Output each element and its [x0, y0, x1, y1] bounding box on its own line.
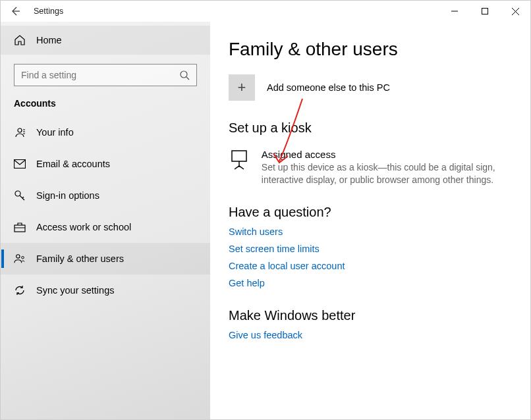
home-label: Home — [36, 35, 62, 45]
sidebar-item-label: Sign-in options — [36, 190, 99, 201]
briefcase-icon — [14, 222, 26, 232]
back-button[interactable] — [6, 6, 24, 16]
help-link-screen-time[interactable]: Set screen time limits — [229, 244, 320, 254]
search-input[interactable] — [14, 64, 197, 86]
maximize-button[interactable] — [470, 1, 500, 22]
sidebar-item-label: Email & accounts — [36, 159, 110, 169]
home-button[interactable]: Home — [1, 26, 210, 55]
person-icon — [14, 126, 26, 138]
close-button[interactable] — [500, 1, 530, 22]
kiosk-icon — [229, 149, 250, 186]
main-panel: Family & other users + Add someone else … — [210, 22, 530, 419]
help-link-local-account[interactable]: Create a local user account — [229, 261, 345, 271]
help-links: Switch users Set screen time limits Crea… — [229, 226, 511, 288]
titlebar: Settings — [1, 1, 530, 22]
sidebar-item-label: Family & other users — [36, 253, 124, 264]
feedback-link[interactable]: Give us feedback — [229, 330, 302, 340]
search-input-field[interactable] — [21, 70, 179, 80]
help-link-get-help[interactable]: Get help — [229, 278, 265, 288]
feedback-heading: Make Windows better — [229, 308, 511, 323]
assigned-access-desc: Set up this device as a kiosk—this could… — [262, 161, 511, 186]
add-other-user-button[interactable]: + Add someone else to this PC — [229, 74, 511, 101]
settings-window: Settings Home A — [0, 0, 531, 420]
help-heading: Have a question? — [229, 205, 511, 220]
sidebar-item-signin[interactable]: Sign-in options — [1, 180, 210, 211]
sidebar-item-your-info[interactable]: Your info — [1, 117, 210, 148]
sidebar: Home Accounts Your info Email & acco — [1, 22, 210, 419]
sidebar-item-sync[interactable]: Sync your settings — [1, 275, 210, 306]
svg-rect-5 — [14, 225, 25, 232]
minimize-button[interactable] — [439, 1, 470, 22]
mail-icon — [14, 159, 26, 169]
sidebar-item-family[interactable]: Family & other users — [1, 243, 210, 275]
sidebar-item-label: Access work or school — [36, 222, 131, 232]
plus-icon: + — [229, 74, 255, 101]
window-title: Settings — [34, 7, 63, 16]
home-icon — [14, 34, 26, 46]
people-icon — [14, 253, 26, 265]
assigned-access-button[interactable]: Assigned access Set up this device as a … — [229, 149, 511, 186]
svg-rect-0 — [482, 9, 488, 14]
svg-point-2 — [18, 128, 22, 132]
sidebar-item-work[interactable]: Access work or school — [1, 211, 210, 243]
svg-point-1 — [181, 71, 187, 78]
sidebar-item-label: Sync your settings — [36, 285, 114, 296]
page-title: Family & other users — [229, 39, 511, 60]
search-icon — [179, 70, 190, 80]
add-other-user-label: Add someone else to this PC — [267, 82, 390, 93]
help-link-switch-users[interactable]: Switch users — [229, 226, 283, 237]
sidebar-section-label: Accounts — [1, 98, 210, 117]
key-icon — [14, 190, 26, 201]
sidebar-item-email[interactable]: Email & accounts — [1, 148, 210, 180]
kiosk-heading: Set up a kiosk — [229, 120, 511, 136]
svg-point-4 — [15, 191, 20, 196]
svg-point-7 — [22, 256, 24, 259]
svg-point-6 — [16, 255, 20, 258]
svg-rect-8 — [232, 151, 246, 161]
sync-icon — [14, 284, 26, 296]
assigned-access-title: Assigned access — [262, 149, 511, 160]
sidebar-item-label: Your info — [36, 127, 74, 138]
